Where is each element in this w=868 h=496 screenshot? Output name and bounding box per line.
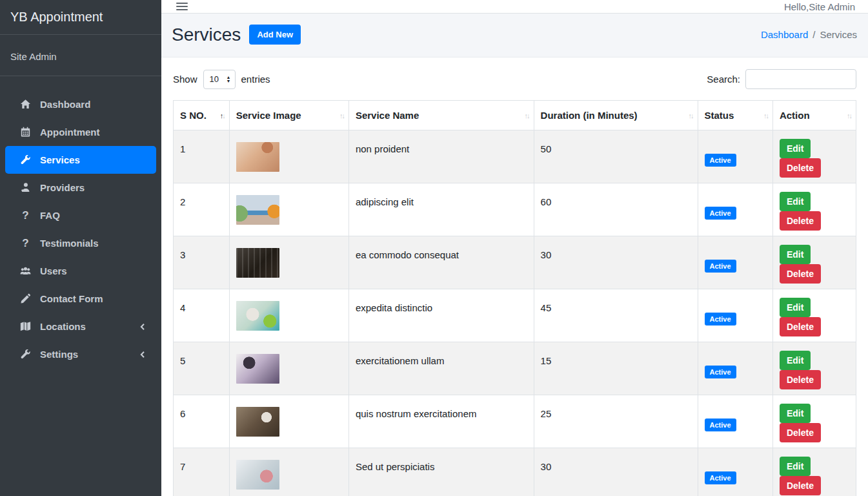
- add-new-button[interactable]: Add New: [249, 25, 301, 45]
- edit-button[interactable]: Edit: [780, 139, 811, 158]
- sort-arrows-icon: ↑↓: [847, 112, 851, 119]
- sidebar-item-label: Providers: [40, 182, 147, 193]
- home-icon: [19, 99, 32, 110]
- sidebar-item-label: Settings: [40, 349, 138, 360]
- breadcrumb-dashboard-link[interactable]: Dashboard: [761, 29, 808, 40]
- sidebar-nav: DashboardAppointmentServicesProviders?FA…: [0, 76, 161, 368]
- sidebar-item-services[interactable]: Services: [5, 146, 156, 174]
- edit-button[interactable]: Edit: [780, 351, 811, 370]
- user-panel-name: Site Admin: [10, 51, 57, 62]
- status-badge: Active: [705, 366, 736, 378]
- edit-button[interactable]: Edit: [780, 192, 811, 211]
- service-name-cell: quis nostrum exercitationem: [348, 395, 534, 448]
- show-label: Show: [173, 74, 197, 85]
- delete-button[interactable]: Delete: [780, 476, 821, 495]
- column-label: Action: [780, 110, 810, 121]
- table-header-row: S NO.↑↓Service Image↑↓Service Name↑↓Dura…: [174, 101, 856, 130]
- status-badge: Active: [705, 313, 736, 326]
- status-badge: Active: [705, 260, 736, 273]
- status-badge: Active: [705, 154, 736, 167]
- sno-cell: 3: [174, 236, 230, 289]
- status-cell: Active: [698, 342, 772, 395]
- sno-cell: 6: [174, 395, 230, 448]
- delete-button[interactable]: Delete: [780, 423, 821, 442]
- edit-button[interactable]: Edit: [780, 457, 811, 476]
- action-cell: EditDelete: [772, 236, 856, 289]
- service-image-cell: [229, 395, 348, 448]
- delete-button[interactable]: Delete: [780, 158, 821, 178]
- service-image-cell: [229, 130, 348, 183]
- action-cell: EditDelete: [772, 130, 856, 183]
- search-group: Search:: [707, 69, 856, 89]
- duration-cell: 25: [534, 395, 698, 448]
- sidebar-item-label: Services: [40, 154, 147, 165]
- column-header-duration-in-minutes-[interactable]: Duration (in Minutes)↑↓: [534, 101, 698, 130]
- app-root: YB Appointment Site Admin DashboardAppoi…: [0, 0, 868, 496]
- column-header-service-image[interactable]: Service Image↑↓: [229, 101, 348, 130]
- top-navbar: Hello,Site Admin: [161, 0, 868, 14]
- sno-cell: 5: [174, 342, 230, 395]
- pencil-icon: [19, 293, 32, 304]
- table-row: 1non proident50ActiveEditDelete: [174, 130, 856, 183]
- edit-button[interactable]: Edit: [780, 404, 811, 423]
- column-header-service-name[interactable]: Service Name↑↓: [348, 101, 534, 130]
- brand-link[interactable]: YB Appointment: [0, 0, 161, 35]
- services-table: S NO.↑↓Service Image↑↓Service Name↑↓Dura…: [173, 100, 856, 496]
- sidebar-item-users[interactable]: Users: [5, 257, 156, 285]
- sidebar-item-faq[interactable]: ?FAQ: [5, 202, 156, 229]
- sort-arrows-icon: ↑↓: [220, 112, 225, 119]
- duration-cell: 30: [534, 236, 698, 289]
- sno-cell: 7: [174, 448, 230, 496]
- column-header-status[interactable]: Status↑↓: [698, 101, 772, 130]
- sidebar-item-dashboard[interactable]: Dashboard: [5, 90, 156, 118]
- sidebar-item-label: Users: [40, 265, 147, 276]
- service-name-cell: non proident: [348, 130, 534, 183]
- service-name-cell: adipiscing elit: [348, 183, 534, 236]
- breadcrumb-separator: /: [812, 29, 815, 40]
- service-name-cell: expedita distinctio: [348, 289, 534, 342]
- delete-button[interactable]: Delete: [780, 370, 821, 389]
- column-header-s-no-[interactable]: S NO.↑↓: [174, 101, 230, 130]
- delete-button[interactable]: Delete: [780, 211, 821, 231]
- hamburger-icon[interactable]: [176, 0, 188, 13]
- edit-button[interactable]: Edit: [780, 245, 811, 264]
- service-image-thumbnail-facial-spa: [236, 301, 279, 331]
- sidebar-item-settings[interactable]: Settings: [5, 340, 156, 368]
- service-image-cell: [229, 342, 348, 395]
- column-header-action[interactable]: Action↑↓: [772, 101, 856, 130]
- sidebar-item-locations[interactable]: Locations: [5, 313, 156, 340]
- column-label: S NO.: [180, 110, 207, 121]
- search-input[interactable]: [745, 69, 856, 89]
- select-arrows-icon: ▲▼: [227, 76, 231, 83]
- column-label: Status: [705, 110, 734, 121]
- breadcrumb: Dashboard / Services: [761, 29, 857, 40]
- entries-select-value: 10: [210, 74, 227, 84]
- delete-button[interactable]: Delete: [780, 264, 821, 284]
- duration-cell: 60: [534, 183, 698, 236]
- sidebar-item-contact-form[interactable]: Contact Form: [5, 285, 156, 313]
- action-cell: EditDelete: [772, 183, 856, 236]
- users-icon: [19, 265, 32, 276]
- column-label: Service Name: [356, 110, 419, 121]
- delete-button[interactable]: Delete: [780, 317, 821, 336]
- show-entries-group: Show 10 ▲▼ entries: [173, 70, 270, 89]
- entries-select[interactable]: 10 ▲▼: [203, 70, 236, 89]
- search-label: Search:: [707, 74, 740, 85]
- service-name-cell: exercitationem ullam: [348, 342, 534, 395]
- sidebar-item-providers[interactable]: Providers: [5, 174, 156, 202]
- edit-button[interactable]: Edit: [780, 298, 811, 317]
- sidebar-item-testimonials[interactable]: ?Testimonials: [5, 229, 156, 257]
- status-cell: Active: [698, 448, 772, 496]
- calendar-icon: [19, 127, 32, 138]
- sidebar-item-appointment[interactable]: Appointment: [5, 118, 156, 146]
- sno-cell: 1: [174, 130, 230, 183]
- duration-cell: 15: [534, 342, 698, 395]
- service-name-cell: ea commodo consequat: [348, 236, 534, 289]
- service-image-cell: [229, 289, 348, 342]
- map-icon: [19, 321, 32, 332]
- status-cell: Active: [698, 130, 772, 183]
- brand-title: YB Appointment: [10, 10, 103, 25]
- service-image-thumbnail-library-books: [236, 248, 279, 278]
- service-image-thumbnail-barber-shop: [236, 407, 279, 437]
- duration-cell: 30: [534, 448, 698, 496]
